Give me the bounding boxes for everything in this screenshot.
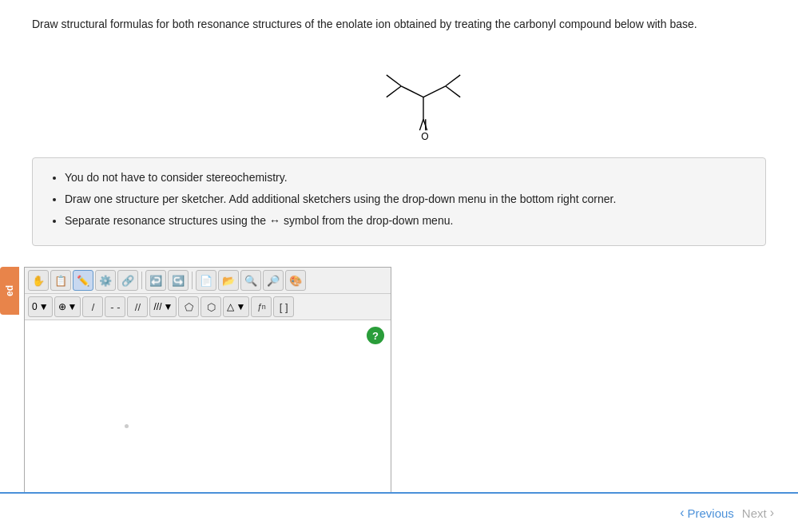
- svg-line-4: [445, 75, 459, 86]
- question-text: Draw structural formulas for both resona…: [32, 16, 751, 33]
- help-button[interactable]: ?: [367, 327, 384, 344]
- polygon-dropdown[interactable]: △ ▼: [223, 296, 249, 317]
- pentagon-tool[interactable]: ⬠: [178, 296, 199, 317]
- zoom-out-tool[interactable]: 🔎: [263, 270, 284, 291]
- color-tool[interactable]: 🎨: [285, 270, 306, 291]
- svg-line-0: [401, 86, 423, 97]
- charge-plus-dropdown[interactable]: ⊕ ▼: [54, 296, 81, 317]
- pencil-tool[interactable]: ✏️: [73, 270, 93, 291]
- svg-line-3: [423, 86, 446, 97]
- hand-tool[interactable]: ✋: [28, 270, 49, 291]
- next-label: Next: [742, 506, 767, 520]
- open-tool[interactable]: 📂: [218, 270, 239, 291]
- sketcher-canvas[interactable]: ?: [25, 320, 391, 512]
- polygon-label: △: [227, 301, 234, 312]
- nav-footer: ‹ Previous Next ›: [0, 492, 798, 532]
- next-arrow: ›: [770, 506, 774, 520]
- previous-label: Previous: [687, 506, 733, 520]
- polygon-arrow: ▼: [236, 301, 245, 312]
- svg-line-7: [419, 119, 423, 130]
- template-tool[interactable]: 📄: [196, 270, 216, 291]
- next-button[interactable]: Next ›: [742, 506, 774, 520]
- toolbar-row2: 0 ▼ ⊕ ▼ / - - // /// ▼ ⬠ ⬡ △ ▼ ƒn [ ]: [25, 294, 391, 320]
- toolbar-row1: ✋ 📋 ✏️ ⚙️ 🔗 ↩️ ↪️ 📄 📂 🔍 🔎 🎨: [25, 268, 391, 294]
- molecule-diagram: O: [80, 46, 766, 141]
- ring-bond2-tool[interactable]: 🔗: [117, 270, 138, 291]
- instruction-2: Draw one structure per sketcher. Add add…: [65, 191, 749, 208]
- redo-tool[interactable]: ↪️: [168, 270, 189, 291]
- single-bond-tool[interactable]: /: [82, 296, 103, 317]
- dashed-bond-tool[interactable]: - -: [105, 296, 125, 317]
- svg-line-1: [386, 75, 400, 86]
- toolbar-separator-2: [192, 272, 193, 289]
- hexagon-tool[interactable]: ⬡: [200, 296, 221, 317]
- instruction-3: Separate resonance structures using the …: [65, 212, 749, 229]
- charge-zero-label: 0: [32, 301, 38, 312]
- ring-bond-tool[interactable]: ⚙️: [95, 270, 116, 291]
- bond-type-arrow: ▼: [163, 301, 173, 312]
- canvas-dot: [125, 424, 129, 428]
- instructions-box: You do not have to consider stereochemis…: [32, 157, 766, 246]
- charge-plus-label: ⊕: [58, 301, 66, 312]
- svg-line-2: [386, 86, 400, 97]
- svg-line-5: [445, 86, 459, 97]
- instruction-1: You do not have to consider stereochemis…: [65, 169, 749, 186]
- toolbar-separator-1: [141, 272, 142, 289]
- clipboard-tool[interactable]: 📋: [50, 270, 71, 291]
- left-tab: ed: [0, 267, 19, 315]
- double-bond-tool[interactable]: //: [127, 296, 148, 317]
- previous-arrow: ‹: [680, 506, 684, 520]
- charge-zero-arrow: ▼: [39, 301, 49, 312]
- bond-type-dropdown[interactable]: /// ▼: [149, 296, 177, 317]
- previous-button[interactable]: ‹ Previous: [680, 506, 734, 520]
- fn-tool[interactable]: ƒn: [251, 296, 272, 317]
- bond-type-label: ///: [153, 301, 161, 312]
- charge-plus-arrow: ▼: [68, 301, 77, 312]
- charge-zero-dropdown[interactable]: 0 ▼: [28, 296, 53, 317]
- svg-text:O: O: [421, 131, 428, 141]
- undo-tool[interactable]: ↩️: [145, 270, 166, 291]
- zoom-in-tool[interactable]: 🔍: [240, 270, 261, 291]
- bracket-tool[interactable]: [ ]: [273, 296, 294, 317]
